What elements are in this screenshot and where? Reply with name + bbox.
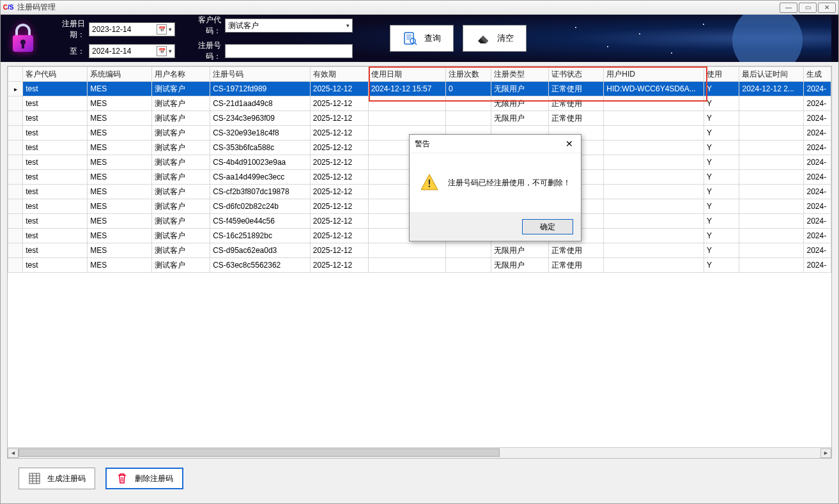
query-button[interactable]: 查询 <box>390 25 454 52</box>
cell[interactable]: 2025-12-12 <box>310 170 368 185</box>
cell[interactable]: Y <box>704 111 739 126</box>
col-reg[interactable]: 注册号码 <box>210 67 311 82</box>
cell[interactable]: test <box>23 82 88 96</box>
cell[interactable]: Y <box>704 155 739 170</box>
cell[interactable]: 正常使用 <box>549 111 604 126</box>
cell[interactable]: MES <box>88 214 152 229</box>
cell[interactable]: MES <box>88 243 152 258</box>
cell[interactable]: Y <box>704 170 739 185</box>
col-cust[interactable]: 客户代码 <box>23 67 88 82</box>
data-grid[interactable]: 客户代码 系统编码 用户名称 注册号码 有效期 使用日期 注册次数 注册类型 证… <box>7 66 832 459</box>
cell[interactable]: MES <box>88 170 152 185</box>
cell[interactable]: 2025-12-12 <box>310 243 368 258</box>
table-row[interactable]: testMES测试客户CS-19712fd9892025-12-122024-1… <box>8 82 831 96</box>
reg-no-input[interactable] <box>225 44 353 58</box>
col-gen[interactable]: 生成 <box>804 67 831 82</box>
delete-button[interactable]: 删除注册码 <box>105 468 183 489</box>
cell[interactable]: test <box>23 185 88 199</box>
cell[interactable]: 无限用户 <box>491 111 549 126</box>
col-usedate[interactable]: 使用日期 <box>368 67 445 82</box>
cell[interactable]: test <box>23 155 88 170</box>
cell[interactable]: 2024- <box>804 199 831 214</box>
cell[interactable]: 测试客户 <box>152 96 210 111</box>
cell[interactable]: test <box>23 126 88 141</box>
cell[interactable] <box>604 111 704 126</box>
cell[interactable] <box>604 126 704 141</box>
cell[interactable]: CS-d95ac62ea0d3 <box>210 243 311 258</box>
cell[interactable]: 2025-12-12 <box>310 96 368 111</box>
row-header[interactable] <box>8 243 23 258</box>
cell[interactable] <box>368 111 445 126</box>
generate-button[interactable]: 生成注册码 <box>19 468 95 489</box>
cell[interactable]: 测试客户 <box>152 111 210 126</box>
maximize-button[interactable]: ▭ <box>799 3 817 13</box>
col-type[interactable]: 注册类型 <box>491 67 549 82</box>
titlebar[interactable]: C/S 注册码管理 — ▭ ✕ <box>1 1 838 15</box>
cell[interactable]: CS-cf2b3f807dc19878 <box>210 185 311 199</box>
row-header[interactable] <box>8 141 23 155</box>
dialog-ok-button[interactable]: 确定 <box>522 219 573 234</box>
cell[interactable]: MES <box>88 229 152 243</box>
row-header[interactable] <box>8 126 23 141</box>
cell[interactable] <box>604 258 704 273</box>
cell[interactable]: 2024- <box>804 155 831 170</box>
cell[interactable]: 测试客户 <box>152 243 210 258</box>
cell[interactable]: CS-21d1aad49c8 <box>210 96 311 111</box>
cell[interactable]: 0 <box>445 82 491 96</box>
cell[interactable]: 2024- <box>804 229 831 243</box>
cell[interactable]: 无限用户 <box>491 243 549 258</box>
cell[interactable]: 2025-12-12 <box>310 199 368 214</box>
cell[interactable]: 测试客户 <box>152 141 210 155</box>
cell[interactable]: test <box>23 111 88 126</box>
row-header[interactable] <box>8 111 23 126</box>
cell[interactable]: 测试客户 <box>152 170 210 185</box>
cell[interactable]: test <box>23 229 88 243</box>
cell[interactable]: 2024- <box>804 111 831 126</box>
cell[interactable] <box>604 96 704 111</box>
date-from-input[interactable]: 2023-12-14 📅▾ <box>89 22 175 36</box>
cell[interactable]: MES <box>88 111 152 126</box>
cell[interactable]: 无限用户 <box>491 258 549 273</box>
customer-combo[interactable]: 测试客户 ▾ <box>225 19 353 33</box>
cell[interactable]: Y <box>704 141 739 155</box>
close-button[interactable]: ✕ <box>818 3 836 13</box>
cell[interactable] <box>739 229 804 243</box>
cell[interactable]: 2024- <box>804 170 831 185</box>
cell[interactable] <box>604 170 704 185</box>
scroll-left-icon[interactable]: ◄ <box>8 448 19 458</box>
cell[interactable]: test <box>23 170 88 185</box>
cell[interactable]: Y <box>704 82 739 96</box>
col-lastauth[interactable]: 最后认证时间 <box>739 67 804 82</box>
cell[interactable] <box>739 199 804 214</box>
cell[interactable]: 2024- <box>804 82 831 96</box>
cell[interactable] <box>739 111 804 126</box>
cell[interactable]: MES <box>88 82 152 96</box>
cell[interactable] <box>604 229 704 243</box>
cell[interactable]: MES <box>88 126 152 141</box>
row-header[interactable] <box>8 214 23 229</box>
cell[interactable] <box>739 214 804 229</box>
cell[interactable]: test <box>23 243 88 258</box>
cell[interactable] <box>739 155 804 170</box>
cell[interactable]: test <box>23 96 88 111</box>
cell[interactable]: 2024- <box>804 96 831 111</box>
cell[interactable]: 2024- <box>804 243 831 258</box>
cell[interactable]: test <box>23 199 88 214</box>
cell[interactable]: 测试客户 <box>152 155 210 170</box>
cell[interactable]: 测试客户 <box>152 185 210 199</box>
col-status[interactable]: 证书状态 <box>549 67 604 82</box>
cell[interactable]: 测试客户 <box>152 82 210 96</box>
cell[interactable] <box>739 96 804 111</box>
col-hid[interactable]: 用户HID <box>604 67 704 82</box>
cell[interactable] <box>604 199 704 214</box>
cell[interactable]: CS-353b6fca588c <box>210 141 311 155</box>
cell[interactable] <box>445 258 491 273</box>
cell[interactable]: Y <box>704 126 739 141</box>
cell[interactable]: CS-aa14d499ec3ecc <box>210 170 311 185</box>
table-row[interactable]: testMES测试客户CS-21d1aad49c82025-12-12无限用户正… <box>8 96 831 111</box>
cell[interactable]: Y <box>704 214 739 229</box>
cell[interactable]: Y <box>704 185 739 199</box>
cell[interactable]: MES <box>88 199 152 214</box>
cell[interactable] <box>445 111 491 126</box>
col-user[interactable]: 用户名称 <box>152 67 210 82</box>
